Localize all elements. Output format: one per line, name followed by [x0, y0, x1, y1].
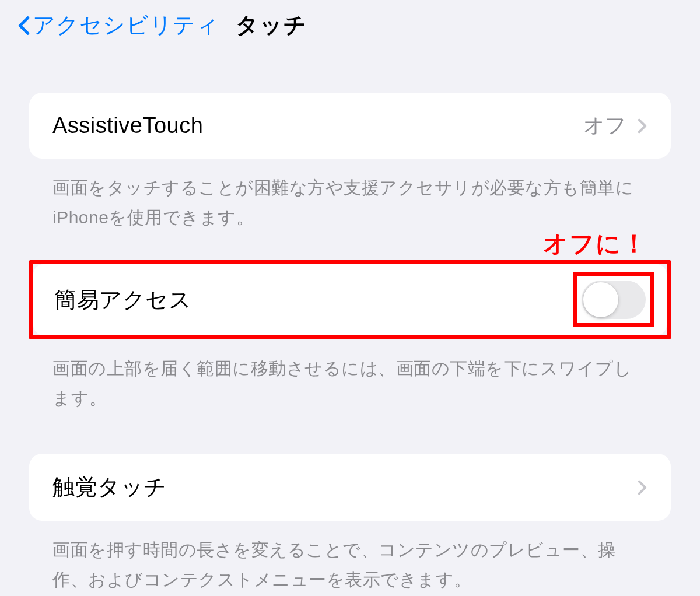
settings-group-haptic-touch: 触覚タッチ 画面を押す時間の長さを変えることで、コンテンツのプレビュー、操作、お… [29, 454, 671, 594]
back-button[interactable]: アクセシビリティ [18, 10, 219, 40]
row-right [637, 479, 648, 496]
settings-group-reachability: オフに！ 簡易アクセス 画面の上部を届く範囲に移動させるには、画面の下端を下にス… [29, 260, 671, 413]
row-assistive-touch[interactable]: AssistiveTouch オフ [29, 93, 671, 159]
group-footer: 画面をタッチすることが困難な方や支援アクセサリが必要な方も簡単にiPhoneを使… [29, 159, 671, 232]
content-area: AssistiveTouch オフ 画面をタッチすることが困難な方や支援アクセサ… [0, 93, 700, 594]
row-value: オフ [583, 111, 626, 140]
settings-group-assistive-touch: AssistiveTouch オフ 画面をタッチすることが困難な方や支援アクセサ… [29, 93, 671, 232]
row-right: オフ [583, 111, 648, 140]
highlight-box: 簡易アクセス [29, 260, 671, 339]
chevron-right-icon [637, 479, 648, 496]
toggle-knob [583, 282, 618, 317]
page-title: タッチ [236, 10, 307, 40]
annotation-label: オフに！ [543, 227, 648, 260]
chevron-right-icon [637, 118, 648, 134]
back-label: アクセシビリティ [33, 10, 219, 40]
row-title: AssistiveTouch [52, 113, 203, 138]
row-reachability[interactable]: 簡易アクセス [33, 264, 667, 335]
row-title: 触覚タッチ [52, 472, 167, 502]
chevron-left-icon [18, 15, 30, 37]
navigation-header: アクセシビリティ タッチ [0, 0, 700, 58]
row-title: 簡易アクセス [54, 285, 191, 315]
toggle-container [582, 281, 646, 319]
reachability-toggle[interactable] [582, 281, 646, 319]
row-haptic-touch[interactable]: 触覚タッチ [29, 454, 671, 521]
group-footer: 画面を押す時間の長さを変えることで、コンテンツのプレビュー、操作、およびコンテク… [29, 521, 671, 594]
group-footer: 画面の上部を届く範囲に移動させるには、画面の下端を下にスワイプします。 [29, 339, 671, 413]
